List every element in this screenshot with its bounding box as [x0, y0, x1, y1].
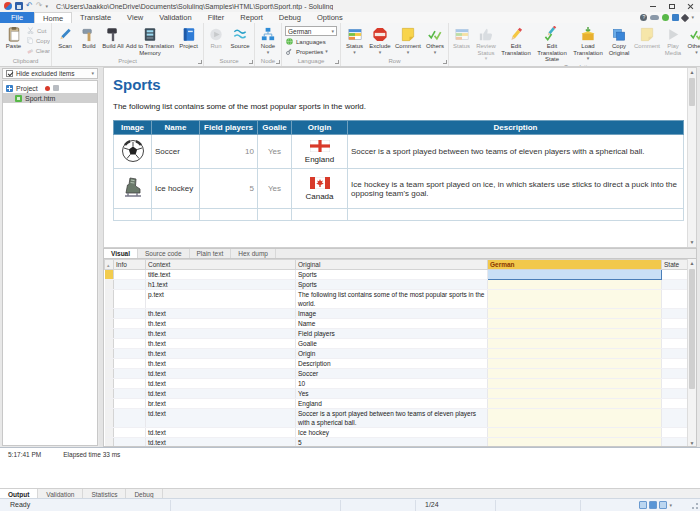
- translation-cell[interactable]: [488, 428, 662, 438]
- checkbox-icon[interactable]: [6, 70, 13, 77]
- view-dropdown-icon[interactable]: ▾: [669, 503, 672, 508]
- undo-icon[interactable]: ↶: [26, 2, 33, 10]
- source-button[interactable]: Source: [227, 24, 253, 57]
- gutter-header[interactable]: ▴: [105, 260, 114, 270]
- tab-filter[interactable]: Filter: [200, 12, 233, 23]
- translation-cell[interactable]: [488, 309, 662, 319]
- grid-row[interactable]: th.textGoalie: [105, 339, 689, 349]
- grid-row[interactable]: th.textName: [105, 319, 689, 329]
- language-dialog-launcher-icon[interactable]: [335, 60, 339, 64]
- tab-validation[interactable]: Validation: [151, 12, 199, 23]
- scroll-up-icon[interactable]: ▲: [688, 68, 696, 77]
- grid-row[interactable]: td.textYes: [105, 389, 689, 399]
- translation-status-button[interactable]: Status: [450, 24, 473, 63]
- edit-translation-state-button[interactable]: Edit Translation State: [533, 24, 571, 63]
- translation-cell[interactable]: [488, 280, 662, 290]
- app-icon[interactable]: [4, 2, 12, 10]
- col-header-info[interactable]: Info: [114, 260, 146, 270]
- tab-report[interactable]: Report: [232, 12, 271, 23]
- build-all-button[interactable]: Build All: [101, 24, 125, 57]
- scroll-thumb[interactable]: [689, 78, 695, 106]
- resize-grip[interactable]: [691, 502, 699, 510]
- edit-translation-button[interactable]: Edit Translation: [499, 24, 533, 63]
- scan-button[interactable]: Scan: [53, 24, 77, 57]
- clear-button[interactable]: Clear: [26, 46, 50, 55]
- play-media-button[interactable]: Play Media: [661, 24, 685, 63]
- tree-node-project[interactable]: Project: [3, 83, 97, 93]
- translation-cell[interactable]: [488, 379, 662, 389]
- translation-comment-button[interactable]: Comment: [633, 24, 661, 63]
- tree-node-sport-htm[interactable]: Sport.htm: [3, 93, 97, 103]
- language-combobox[interactable]: German▾: [285, 26, 337, 36]
- col-header-state[interactable]: State: [662, 260, 689, 270]
- translation-cell[interactable]: [488, 329, 662, 339]
- tab-translate[interactable]: Translate: [72, 12, 119, 23]
- save-icon[interactable]: [15, 2, 23, 10]
- layout-icon[interactable]: [672, 14, 679, 21]
- translation-cell[interactable]: [488, 438, 662, 448]
- grid-row[interactable]: th.textOrigin: [105, 349, 689, 359]
- translation-cell[interactable]: [488, 369, 662, 379]
- scroll-thumb[interactable]: [689, 269, 695, 389]
- translation-cell[interactable]: [488, 319, 662, 329]
- load-translation-button[interactable]: Load Translation▾: [571, 24, 605, 63]
- build-button[interactable]: Build: [77, 24, 101, 57]
- tab-hex-dump[interactable]: Hex dump: [231, 249, 276, 258]
- tab-file[interactable]: File: [0, 12, 34, 23]
- translation-cell[interactable]: [488, 349, 662, 359]
- source-dialog-launcher-icon[interactable]: [249, 60, 253, 64]
- col-header-german[interactable]: German: [488, 260, 662, 270]
- col-header-original[interactable]: Original: [296, 260, 488, 270]
- translation-cell[interactable]: [488, 290, 662, 309]
- tab-debug[interactable]: Debug: [271, 12, 309, 23]
- grid-row[interactable]: td.textSoccer: [105, 369, 689, 379]
- help-icon[interactable]: [640, 14, 647, 21]
- view-icon-1[interactable]: [639, 501, 647, 509]
- grid-scrollbar[interactable]: ▲ ▼: [687, 259, 696, 447]
- cloud-icon[interactable]: [650, 15, 659, 20]
- hide-excluded-filter[interactable]: Hide excluded items ▾: [2, 68, 98, 79]
- grid-row[interactable]: td.text5: [105, 438, 689, 448]
- run-button[interactable]: Run: [205, 24, 227, 57]
- review-status-button[interactable]: Review Status▾: [473, 24, 499, 63]
- tab-visual[interactable]: Visual: [104, 249, 138, 258]
- minimize-button[interactable]: [643, 0, 662, 12]
- grid-row[interactable]: br.textEngland: [105, 399, 689, 409]
- paste-button[interactable]: Paste: [1, 24, 26, 57]
- scroll-down-icon[interactable]: ▼: [688, 439, 696, 447]
- exclude-button[interactable]: Exclude▾: [367, 24, 393, 57]
- filter-dropdown-icon[interactable]: ▾: [91, 71, 94, 76]
- grid-row[interactable]: p.textThe following list contains some o…: [105, 290, 689, 309]
- tab-source-code[interactable]: Source code: [138, 249, 190, 258]
- utility-dropdown-icon[interactable]: ▾: [691, 15, 694, 20]
- translation-cell-selected[interactable]: [488, 270, 662, 280]
- lightbulb-icon[interactable]: [662, 14, 669, 21]
- translation-cell[interactable]: [488, 399, 662, 409]
- comment-button[interactable]: Comment▾: [393, 24, 423, 57]
- grid-row[interactable]: title.textSports: [105, 270, 689, 280]
- grid-row[interactable]: th.textField players: [105, 329, 689, 339]
- scroll-up-icon[interactable]: ▲: [688, 259, 696, 268]
- grid-row[interactable]: td.textSoccer is a sport played between …: [105, 409, 689, 428]
- grid-row[interactable]: h1.textSports: [105, 280, 689, 290]
- tab-home[interactable]: Home: [34, 12, 72, 23]
- translation-cell[interactable]: [488, 359, 662, 369]
- view-icon-3[interactable]: [659, 501, 667, 509]
- tab-plain-text[interactable]: Plain text: [190, 249, 232, 258]
- maximize-button[interactable]: [662, 0, 681, 12]
- grid-row[interactable]: td.textIce hockey: [105, 428, 689, 438]
- scroll-down-icon[interactable]: ▼: [688, 238, 696, 247]
- grid-row[interactable]: td.text10: [105, 379, 689, 389]
- translation-others-button[interactable]: Others▾: [685, 24, 700, 63]
- redo-icon[interactable]: ↷: [36, 2, 43, 10]
- copy-button[interactable]: Copy: [26, 36, 50, 45]
- cut-button[interactable]: Cut: [26, 26, 50, 35]
- tab-view[interactable]: View: [119, 12, 151, 23]
- close-button[interactable]: [681, 0, 700, 12]
- translation-cell[interactable]: [488, 339, 662, 349]
- preview-scrollbar[interactable]: ▲ ▼: [687, 68, 696, 247]
- node-dialog-launcher-icon[interactable]: [276, 60, 280, 64]
- grid-row[interactable]: th.textImage: [105, 309, 689, 319]
- copy-original-button[interactable]: Copy Original: [605, 24, 633, 63]
- grid-row[interactable]: th.textDescription: [105, 359, 689, 369]
